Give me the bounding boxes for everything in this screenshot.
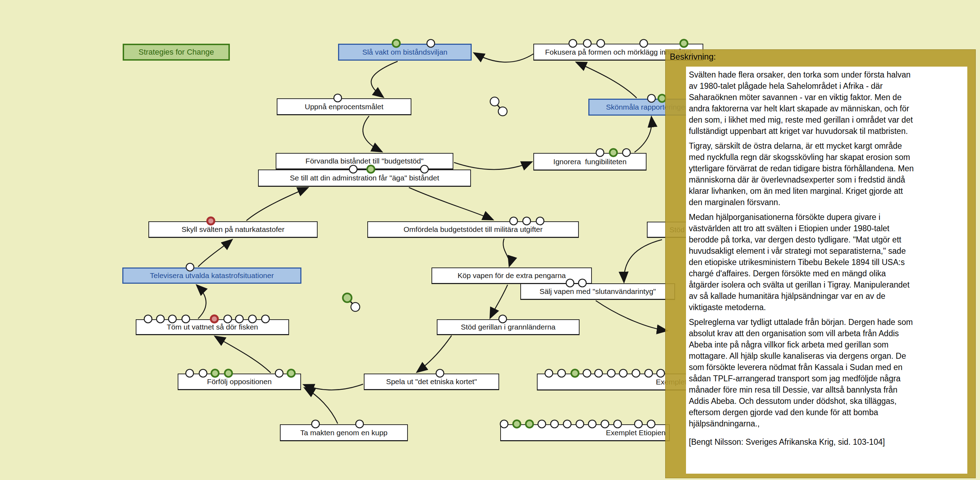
description-paragraph-3: Medan hjälporganisationerna försökte dup… (689, 211, 961, 313)
node-label: Ta makten genom en kupp (300, 429, 388, 437)
node-label: Förfölj oppositionen (207, 377, 271, 386)
floating-pair-link (347, 298, 355, 307)
node-label: Töm ut vattnet så dör fisken (167, 323, 258, 331)
map-node-televisera[interactable]: Televisera utvalda katastrofsituationer (123, 267, 301, 284)
node-label: Uppnå enprocentsmålet (305, 103, 383, 111)
edge-fokusera-to-sla_vakt (474, 53, 533, 62)
edge-forfolj-to-tom_ut (215, 337, 271, 373)
map-node-tom_ut[interactable]: Töm ut vattnet så dör fisken (136, 319, 289, 335)
edge-skyll-to-se_till (247, 188, 307, 221)
map-node-ignorera[interactable]: Ignorera fungibiliteten (533, 153, 646, 170)
map-node-forfolj[interactable]: Förfölj oppositionen (178, 374, 301, 390)
edge-ignorera-to-skonmala (635, 118, 652, 152)
map-node-se_till[interactable]: Se till att din adminstration får "äga" … (258, 170, 471, 187)
description-paragraph-1: Svälten hade flera orsaker, den torka so… (689, 69, 961, 137)
floating-green-dot[interactable] (343, 294, 352, 302)
map-node-exemplet_etiopien[interactable]: Exemplet Etiopien (500, 424, 670, 441)
map-node-kop[interactable]: Köp vapen för de extra pengarna (431, 267, 592, 284)
map-node-omfordela[interactable]: Omfördela budgetstödet till militära utg… (368, 221, 579, 238)
map-node-salj[interactable]: Sälj vapen med "slutanvändarintyg" (520, 283, 675, 300)
map-node-ta_makten[interactable]: Ta makten genom en kupp (280, 424, 408, 441)
node-label: Spela ut "det etniska kortet" (386, 377, 477, 386)
node-label: Slå vakt om biståndsviljan (363, 48, 448, 56)
node-label: Exemplet Etiopien (606, 429, 665, 437)
edge-stod_gerillan-to-spela_ut (417, 335, 452, 372)
edge-se_till-to-omfordela (409, 188, 492, 219)
edge-ta_makten-to-forfolj (305, 388, 338, 424)
node-label: Ignorera fungibiliteten (554, 157, 627, 166)
description-panel: Beskrivning: Svälten hade flera orsaker,… (665, 49, 976, 478)
description-citation: [Bengt Nilsson: Sveriges Afrikanska Krig… (689, 436, 961, 448)
map-node-forvandla[interactable]: Förvandla biståndet till "budgetstöd" (276, 153, 453, 170)
node-label: Televisera utvalda katastrofsituationer (150, 271, 274, 280)
edge-uppna-to-forvandla (363, 116, 382, 151)
description-paragraph-2: Tigray, särskilt de östra delarna, är et… (689, 140, 961, 208)
edge-skonmala-to-fokusera (577, 62, 636, 98)
node-label: Strategies for Change (138, 48, 214, 57)
edge-spela_ut-to-forfolj (304, 384, 363, 390)
map-node-sla_vakt[interactable]: Slå vakt om biståndsviljan (338, 44, 472, 60)
node-label: Köp vapen för de extra pengarna (458, 271, 566, 280)
description-text[interactable]: Svälten hade flera orsaker, den torka so… (686, 67, 967, 474)
map-node-skyll[interactable]: Skyll svälten på naturkatastofer (148, 221, 318, 238)
map-node-uppna[interactable]: Uppnå enprocentsmålet (277, 99, 411, 115)
edge-forvandla-to-ignorera (454, 162, 531, 170)
edge-salj-to-hidden-node (596, 300, 667, 331)
node-label: Förvandla biståndet till "budgetstöd" (305, 157, 424, 165)
edge-televisera-to-skyll (198, 240, 232, 267)
edge-tom_ut-to-televisera (197, 286, 206, 319)
floating-white-dot[interactable] (498, 107, 507, 116)
node-label: Omfördela budgetstödet till militära utg… (404, 225, 543, 234)
floating-white-dot[interactable] (490, 97, 499, 106)
node-label: Se till att din adminstration får "äga" … (290, 174, 439, 182)
floating-pair-link (495, 102, 503, 111)
floating-white-dot[interactable] (351, 303, 360, 312)
map-node-spela_ut[interactable]: Spela ut "det etniska kortet" (364, 374, 499, 390)
legend-node[interactable]: Strategies for Change (123, 44, 230, 60)
edge-stod_hidden-to-salj (624, 240, 662, 281)
description-panel-title: Beskrivning: (670, 52, 716, 62)
map-node-stod_gerillan[interactable]: Stöd gerillan i grannländerna (437, 319, 579, 335)
edge-kop-to-stod_gerillan (490, 285, 508, 318)
node-label: Stöd gerillan i grannländerna (461, 323, 555, 331)
node-label: Sälj vapen med "slutanvändarintyg" (539, 287, 656, 296)
edge-omfordela-to-kop (503, 238, 510, 266)
node-label: Skyll svälten på naturkatastofer (181, 225, 285, 234)
edge-sla_vakt-to-uppna (371, 61, 398, 97)
description-paragraph-4: Spelreglerna var tydligt uttalade från b… (689, 316, 961, 429)
